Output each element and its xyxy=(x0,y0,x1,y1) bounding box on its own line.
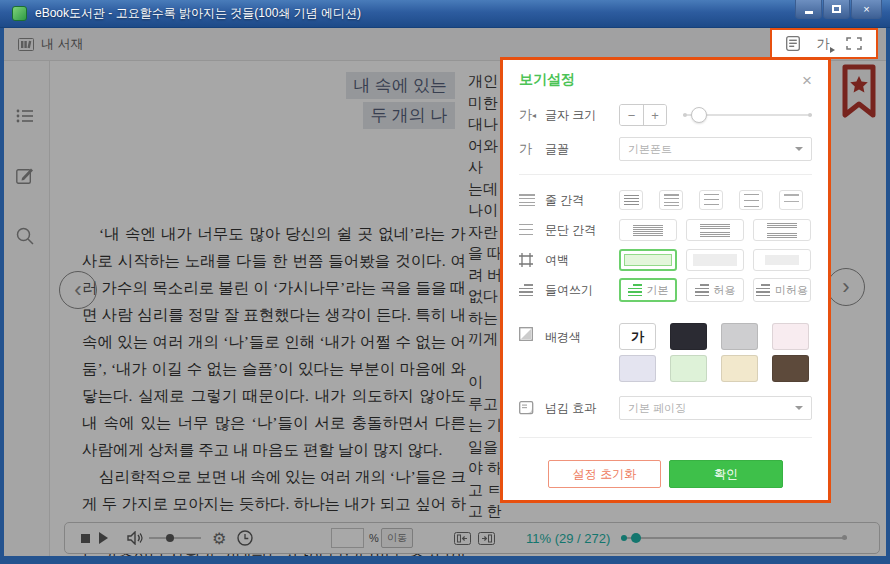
page-effect-row: 넘김 효과 기본 페이징 xyxy=(519,393,812,423)
window-title: eBook도서관 - 고요할수록 밝아지는 것들(100쇄 기념 에디션) xyxy=(35,5,361,22)
margin-row: 여백 xyxy=(519,245,812,275)
font-size-slider[interactable] xyxy=(683,106,812,124)
divider xyxy=(519,174,812,175)
minimize-icon xyxy=(805,11,813,14)
bg-color-row: 배경색 가 xyxy=(519,321,812,383)
line-spacing-option-3[interactable] xyxy=(699,190,723,210)
paragraph-spacing-label: 문단 간격 xyxy=(545,222,619,239)
line-spacing-option-5[interactable] xyxy=(779,190,803,210)
view-settings-button[interactable]: 가 xyxy=(816,35,829,53)
text-cursor-icon xyxy=(830,47,835,53)
page-effect-select[interactable]: 기본 페이징 xyxy=(619,396,812,420)
font-size-icon: 가◂ xyxy=(519,106,545,124)
bg-color-swatches: 가 xyxy=(619,323,809,382)
page-info-button[interactable] xyxy=(786,36,800,51)
font-label: 글꼴 xyxy=(545,141,619,158)
fullscreen-button[interactable] xyxy=(846,37,862,50)
font-row: 가 글꼴 기본폰트 xyxy=(519,134,812,164)
font-icon: 가 xyxy=(519,140,545,158)
maximize-icon xyxy=(832,5,841,13)
bg-color-swatch[interactable] xyxy=(721,355,758,382)
indent-label: 들여쓰기 xyxy=(545,282,619,299)
bg-color-swatch[interactable] xyxy=(670,355,707,382)
indent-allow-icon xyxy=(695,284,709,296)
page-effect-value: 기본 페이징 xyxy=(628,401,686,416)
margin-option-1[interactable] xyxy=(619,249,677,271)
line-spacing-row: 줄 간격 xyxy=(519,185,812,215)
document-icon xyxy=(786,36,800,51)
chevron-down-icon xyxy=(795,147,803,151)
line-spacing-icon xyxy=(519,194,545,206)
indent-option-default[interactable]: 기본 xyxy=(619,278,677,302)
margin-icon xyxy=(519,253,545,267)
paragraph-spacing-row: 문단 간격 xyxy=(519,215,812,245)
app-window: eBook도서관 - 고요할수록 밝아지는 것들(100쇄 기념 에디션) × … xyxy=(0,0,890,564)
font-size-slider-handle[interactable] xyxy=(691,107,707,123)
minimize-button[interactable] xyxy=(795,0,822,19)
bg-color-swatch[interactable] xyxy=(670,323,707,350)
app-logo-icon xyxy=(12,6,27,21)
maximize-button[interactable] xyxy=(823,0,850,19)
view-tools-highlight-box: 가 xyxy=(770,28,878,59)
font-size-label: 글자 크기 xyxy=(545,107,619,124)
indent-default-icon xyxy=(628,284,642,296)
font-select[interactable]: 기본폰트 xyxy=(619,137,812,161)
page-effect-label: 넘김 효과 xyxy=(545,400,619,417)
divider xyxy=(519,437,812,438)
bg-color-swatch-white[interactable]: 가 xyxy=(619,323,656,350)
bg-color-label: 배경색 xyxy=(545,329,619,346)
line-spacing-option-2[interactable] xyxy=(659,190,683,210)
indent-option-disallow[interactable]: 미허용 xyxy=(753,278,811,302)
fullscreen-icon xyxy=(846,37,862,50)
bg-color-icon xyxy=(519,327,545,341)
bg-color-swatch[interactable] xyxy=(772,323,809,350)
reset-settings-button[interactable]: 설정 초기화 xyxy=(548,460,661,488)
confirm-button[interactable]: 확인 xyxy=(669,460,783,488)
view-settings-panel: 보기설정 × 가◂ 글자 크기 − + xyxy=(500,57,831,503)
indent-disallow-label: 미허용 xyxy=(775,283,808,298)
margin-label: 여백 xyxy=(545,252,619,269)
paragraph-spacing-option-2[interactable] xyxy=(686,219,744,241)
indent-default-label: 기본 xyxy=(647,283,669,298)
font-size-row: 가◂ 글자 크기 − + xyxy=(519,100,812,130)
bg-color-swatch[interactable] xyxy=(721,323,758,350)
font-size-increase-button[interactable]: + xyxy=(643,105,666,125)
bg-color-swatch[interactable] xyxy=(772,355,809,382)
margin-option-3[interactable] xyxy=(753,249,811,271)
paragraph-spacing-icon xyxy=(519,224,545,236)
line-spacing-label: 줄 간격 xyxy=(545,192,619,209)
line-spacing-option-4[interactable] xyxy=(739,190,763,210)
line-spacing-option-1[interactable] xyxy=(619,190,643,210)
font-size-stepper: − + xyxy=(619,104,667,126)
indent-icon xyxy=(519,284,545,296)
indent-option-allow[interactable]: 허용 xyxy=(686,278,744,302)
panel-close-icon[interactable]: × xyxy=(802,72,812,89)
margin-option-2[interactable] xyxy=(686,249,744,271)
paragraph-spacing-option-1[interactable] xyxy=(619,219,677,241)
bg-color-swatch[interactable] xyxy=(619,355,656,382)
close-button[interactable]: × xyxy=(851,0,882,19)
indent-allow-label: 허용 xyxy=(714,283,736,298)
page-effect-icon xyxy=(519,401,545,415)
font-select-value: 기본폰트 xyxy=(628,142,672,157)
indent-row: 들여쓰기 기본 허용 미허용 xyxy=(519,275,812,305)
titlebar: eBook도서관 - 고요할수록 밝아지는 것들(100쇄 기념 에디션) × xyxy=(0,0,890,28)
panel-title: 보기설정 xyxy=(519,71,575,89)
close-icon: × xyxy=(863,3,869,15)
chevron-down-icon xyxy=(795,406,803,410)
paragraph-spacing-option-3[interactable] xyxy=(753,219,811,241)
font-size-decrease-button[interactable]: − xyxy=(620,105,643,125)
indent-disallow-icon xyxy=(756,284,770,296)
